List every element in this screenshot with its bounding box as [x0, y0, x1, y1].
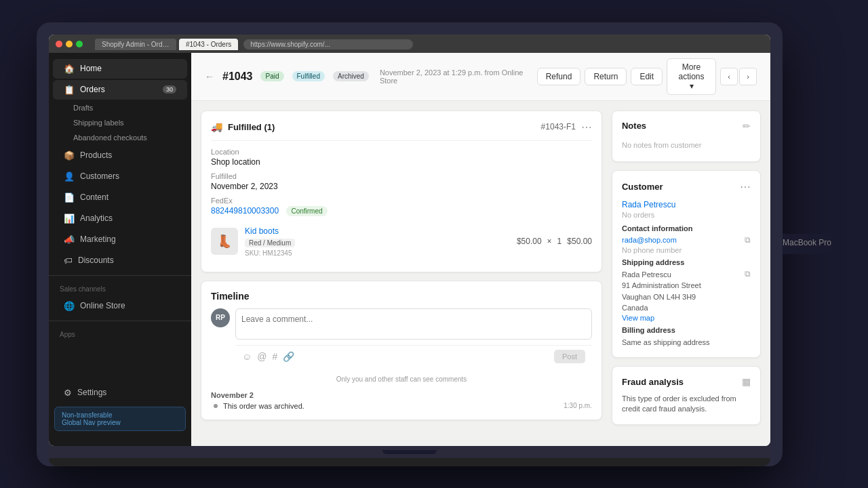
- non-transferable-banner[interactable]: Non-transferable Global Nav preview: [54, 407, 186, 431]
- edit-button[interactable]: Edit: [631, 68, 663, 85]
- notes-header: Notes ✏: [622, 121, 751, 131]
- attachment-icon[interactable]: 🔗: [283, 351, 294, 362]
- non-transferable-line1: Non-transferable: [62, 411, 112, 419]
- billing-subtitle: Billing address: [622, 326, 751, 334]
- notes-edit-button[interactable]: ✏: [743, 121, 751, 131]
- apps-label: Apps: [49, 325, 191, 341]
- archived-badge: Archived: [333, 71, 369, 81]
- orders-icon: 📋: [64, 85, 75, 95]
- sidebar-divider-2: [49, 321, 191, 321]
- fraud-card: Fraud analysis ▦ This type of order is e…: [612, 366, 761, 425]
- laptop-bottom: [49, 446, 770, 458]
- shipping-subtitle: Shipping address: [622, 258, 751, 266]
- sidebar-item-home[interactable]: 🏠 Home: [53, 59, 187, 79]
- refund-button[interactable]: Refund: [537, 68, 581, 85]
- copy-email-icon[interactable]: ⧉: [745, 235, 751, 245]
- sidebar-item-drafts[interactable]: Drafts: [49, 100, 191, 115]
- orders-badge: 30: [163, 85, 176, 94]
- event-text: This order was archived.: [223, 402, 304, 410]
- no-orders: No orders: [622, 211, 751, 219]
- view-map-link[interactable]: View map: [622, 314, 751, 322]
- address-bar[interactable]: https://www.shopify.com/...: [243, 39, 413, 49]
- fraud-title: Fraud analysis: [622, 377, 684, 387]
- sidebar-item-customers[interactable]: 👤 Customers: [53, 167, 187, 186]
- prev-order-button[interactable]: ‹: [720, 68, 738, 85]
- laptop-notch: [382, 450, 437, 454]
- fulfillment-header: 🚚 Fulfilled (1) #1043-F1 ⋯: [211, 121, 592, 141]
- sidebar-item-settings[interactable]: ⚙ Settings: [53, 383, 187, 403]
- sidebar-divider: [49, 275, 191, 276]
- comment-toolbar: ☺ @ # 🔗 Post: [235, 345, 592, 367]
- carrier-label: FedEx: [211, 197, 592, 205]
- sidebar-item-marketing[interactable]: 📣 Marketing: [53, 230, 187, 249]
- non-transferable-line2: Global Nav preview: [62, 419, 121, 426]
- more-actions-button[interactable]: More actions ▾: [667, 58, 716, 95]
- fulfillment-menu-icon[interactable]: ⋯: [581, 121, 592, 134]
- browser-tab-1[interactable]: Shopify Admin - Orders: [95, 39, 176, 50]
- tracking-link[interactable]: 882449810003300: [211, 206, 279, 216]
- customer-name[interactable]: Rada Petrescu: [622, 200, 751, 209]
- order-number: #1043: [222, 70, 253, 83]
- sidebar-item-abandoned[interactable]: Abandoned checkouts: [49, 130, 191, 145]
- fulfillment-title: Fulfilled (1): [228, 122, 275, 132]
- billing-same: Same as shipping address: [622, 337, 751, 348]
- sidebar-label-content: Content: [80, 192, 108, 202]
- return-button[interactable]: Return: [585, 68, 627, 85]
- post-button[interactable]: Post: [554, 350, 585, 363]
- tracking-info: 882449810003300 Confirmed: [211, 206, 592, 216]
- product-price: $50.00: [517, 237, 542, 246]
- customer-card: Customer ⋯ Rada Petrescu No orders Conta…: [612, 170, 761, 359]
- contact-email[interactable]: rada@shop.com: [622, 236, 677, 244]
- hash-icon[interactable]: #: [273, 351, 278, 362]
- timeline-card: Timeline RP ☺ @ # 🔗: [201, 281, 602, 420]
- content-icon: 📄: [64, 192, 75, 203]
- timeline-dot: [214, 404, 218, 408]
- sidebar-item-orders[interactable]: 📋 Orders 30: [53, 80, 187, 100]
- sidebar-item-content[interactable]: 📄 Content: [53, 188, 187, 207]
- browser-tabs: Shopify Admin - Orders #1043 - Orders: [95, 39, 238, 50]
- back-button[interactable]: ←: [205, 71, 214, 82]
- event-time: 1:30 p.m.: [564, 402, 592, 409]
- location-row: Location Shop location: [211, 148, 592, 167]
- sidebar: 🏠 Home 📋 Orders 30 Drafts Shipping label…: [49, 53, 191, 446]
- macbook-label: MacBook Pro: [783, 234, 831, 254]
- sales-channels-label: Sales channels: [49, 280, 191, 296]
- laptop-base: [49, 458, 770, 466]
- product-name[interactable]: Kid boots: [245, 226, 510, 236]
- body-area: 🚚 Fulfilled (1) #1043-F1 ⋯ Location Shop…: [191, 101, 770, 446]
- notes-title: Notes: [622, 121, 646, 131]
- customer-header: Customer ⋯: [622, 180, 751, 193]
- sidebar-item-analytics[interactable]: 📊 Analytics: [53, 209, 187, 228]
- user-avatar: RP: [211, 308, 230, 327]
- browser-tab-2[interactable]: #1043 - Orders: [179, 39, 238, 50]
- product-qty-separator: ×: [547, 237, 552, 246]
- maximize-dot[interactable]: [76, 41, 83, 47]
- product-info: Kid boots Red / Medium SKU: HM12345: [245, 226, 510, 257]
- sidebar-label-products: Products: [80, 150, 112, 160]
- close-dot[interactable]: [56, 41, 62, 47]
- at-icon[interactable]: @: [257, 351, 267, 362]
- sidebar-label-marketing: Marketing: [80, 235, 116, 244]
- browser-chrome: Shopify Admin - Orders #1043 - Orders ht…: [49, 35, 770, 53]
- comment-input[interactable]: [235, 308, 592, 340]
- copy-address-icon[interactable]: ⧉: [745, 269, 751, 279]
- sidebar-item-discounts[interactable]: 🏷 Discounts: [53, 251, 187, 270]
- customer-menu-icon[interactable]: ⋯: [740, 180, 751, 193]
- sidebar-label-orders: Orders: [80, 85, 105, 94]
- staff-note: Only you and other staff can see comment…: [211, 373, 592, 386]
- top-bar-actions: Refund Return Edit More actions ▾ ‹ ›: [537, 58, 757, 95]
- sidebar-item-products[interactable]: 📦 Products: [53, 146, 187, 165]
- products-icon: 📦: [64, 150, 75, 161]
- minimize-dot[interactable]: [66, 41, 73, 47]
- emoji-icon[interactable]: ☺: [242, 351, 252, 362]
- sidebar-item-shipping-labels[interactable]: Shipping labels: [49, 115, 191, 130]
- timeline-date: November 2: [211, 391, 592, 399]
- settings-gear-icon: ⚙: [64, 388, 72, 398]
- sidebar-item-online-store[interactable]: 🌐 Online Store: [53, 296, 187, 316]
- browser-dots: [56, 41, 83, 47]
- top-bar: ← #1043 Paid Fulfilled Archived November…: [191, 53, 770, 101]
- customer-title: Customer: [622, 182, 663, 192]
- fraud-info-icon[interactable]: ▦: [742, 376, 751, 387]
- next-order-button[interactable]: ›: [739, 68, 757, 85]
- timeline-event: This order was archived. 1:30 p.m.: [211, 402, 592, 410]
